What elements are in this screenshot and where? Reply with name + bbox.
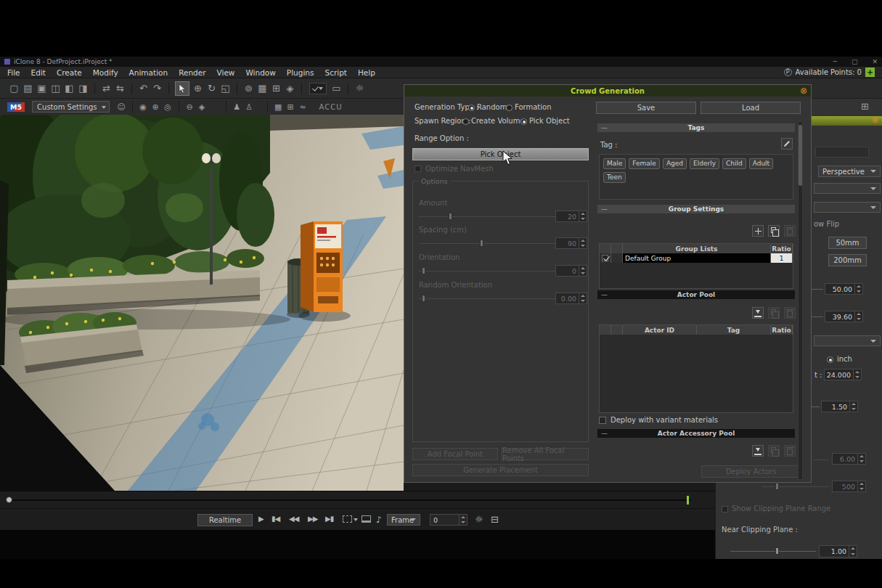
realtime-button[interactable]: Realtime [197, 514, 253, 526]
timeline-playhead[interactable] [6, 497, 12, 503]
title-bar[interactable]: iClone 8 - DefProject.iProject * ─ ▢ ✕ [0, 57, 882, 67]
menu-render[interactable]: Render [179, 68, 205, 77]
variant-materials-checkbox[interactable] [599, 417, 606, 424]
pick-object-label[interactable]: Pick Object [529, 117, 570, 125]
random-label[interactable]: Random [477, 103, 507, 111]
actor-pool-header[interactable]: — Actor Pool [597, 290, 795, 299]
variant-materials-label[interactable]: Deploy with variant materials [611, 416, 718, 424]
tag-chip-elderly[interactable]: Elderly [690, 158, 719, 169]
gizmo-icon[interactable]: ◈ [283, 83, 297, 93]
menu-view[interactable]: View [217, 68, 235, 77]
collapse-icon[interactable]: — [601, 430, 608, 437]
panel-grid-icon[interactable]: ⊞ [858, 102, 872, 111]
light-icon[interactable]: ☼ [353, 83, 367, 93]
timeline[interactable] [0, 491, 715, 508]
create-volume-label[interactable]: Create Volume [471, 117, 525, 125]
random-radio[interactable] [468, 105, 475, 111]
tag-chip-male[interactable]: Male [603, 158, 626, 169]
focal-spinner[interactable] [854, 284, 862, 294]
audio-icon[interactable]: ♪ [376, 515, 381, 525]
frame-spinner[interactable] [459, 515, 467, 525]
viewport[interactable] [0, 115, 404, 491]
fov-slider[interactable] [811, 317, 823, 317]
load-button[interactable]: Load [701, 102, 801, 114]
collapse-icon[interactable]: — [601, 124, 608, 131]
group-row-default[interactable]: Default Group 1 [600, 253, 793, 263]
ratio-slider[interactable] [811, 407, 820, 407]
undo-icon[interactable]: ↶ [136, 83, 150, 93]
dialog-close-icon[interactable]: ⊗ [800, 86, 807, 96]
actor-accessory-pool-header[interactable]: — Actor Accessory Pool [597, 429, 795, 438]
custom-settings-dropdown[interactable]: Custom Settings [32, 101, 110, 113]
fov-input[interactable]: 39.60 [825, 311, 863, 322]
ring-icon[interactable]: ◎ [162, 103, 174, 111]
import-accessory-button[interactable] [752, 445, 764, 457]
near-clip-value[interactable]: 1.00 [820, 546, 849, 557]
group-name-cell[interactable]: Default Group [623, 253, 771, 263]
maximize-icon[interactable]: ▢ [852, 58, 858, 65]
grid-icon[interactable]: ⊞ [269, 83, 283, 93]
near-clip-input[interactable]: 1.00 [819, 545, 857, 558]
import-icon[interactable]: ◧ [62, 83, 76, 93]
panel-close-icon[interactable]: ⊗ [872, 115, 878, 125]
menu-create[interactable]: Create [57, 68, 82, 77]
plugin-logo-icon[interactable]: M5 [7, 102, 25, 112]
near-clip-spinner[interactable] [849, 546, 857, 557]
focal-length-input[interactable]: 50.00 [825, 283, 863, 295]
pick-object-radio[interactable] [520, 118, 527, 125]
menu-help[interactable]: Help [358, 68, 375, 77]
clip-range-checkbox[interactable] [722, 506, 728, 513]
menu-file[interactable]: File [7, 68, 20, 77]
frame-number-value[interactable]: 0 [430, 515, 459, 525]
content-manager-icon[interactable]: ◫ [49, 83, 62, 93]
go-to-end-icon[interactable]: ▶▮ [325, 515, 333, 523]
tag-chip-child[interactable]: Child [722, 158, 746, 169]
rewind-icon[interactable]: ◀◀ [289, 515, 298, 523]
create-volume-radio[interactable] [462, 118, 469, 125]
dialog-title-bar[interactable]: Crowd Generation ⊗ [404, 85, 811, 97]
near-clip-slider-thumb[interactable] [775, 547, 779, 555]
near-clip-slider[interactable] [730, 551, 816, 552]
focal-length-value[interactable]: 50.00 [825, 284, 854, 294]
formation-radio[interactable] [506, 105, 513, 111]
link-icon[interactable]: ⇄ [99, 83, 113, 93]
tag-chip-teen[interactable]: Teen [603, 172, 626, 183]
focal-slider[interactable] [811, 289, 823, 290]
tag-edit-button[interactable] [781, 138, 793, 150]
grid-snap-icon[interactable]: ▦ [256, 83, 269, 93]
close-icon[interactable]: ✕ [872, 58, 878, 65]
avatar-icon[interactable]: ☺ [115, 103, 128, 111]
scrollbar-thumb[interactable] [799, 125, 802, 186]
film-size-input[interactable]: 24.000 [824, 369, 862, 380]
redo-icon[interactable]: ↷ [150, 83, 164, 93]
save-button[interactable]: Save [596, 102, 696, 114]
export-icon[interactable]: ◨ [76, 83, 90, 93]
remove-target-icon[interactable]: ⊖ [184, 103, 196, 111]
select-tool-button[interactable] [175, 81, 189, 96]
loop-chevron-icon[interactable] [354, 518, 358, 521]
panel-dropdown-4[interactable] [814, 335, 881, 346]
menu-window[interactable]: Window [245, 68, 275, 77]
panel-dropdown-2[interactable] [814, 183, 881, 194]
camera-lens-dropdown[interactable]: Perspective [818, 166, 881, 177]
camera-view-icon[interactable]: ▭ [330, 83, 343, 93]
rotate-tool-icon[interactable]: ↻ [205, 83, 219, 93]
collapse-icon[interactable]: — [601, 291, 608, 298]
import-actor-button[interactable] [752, 307, 764, 319]
menu-animation[interactable]: Animation [129, 68, 168, 77]
scale-tool-icon[interactable]: ◱ [219, 83, 232, 93]
add-group-button[interactable] [752, 225, 764, 237]
open-project-icon[interactable]: ▤ [21, 83, 35, 93]
add-target-icon[interactable]: ⊕ [150, 103, 162, 111]
minimize-icon[interactable]: ─ [833, 58, 837, 65]
menu-modify[interactable]: Modify [93, 68, 118, 77]
formation-label[interactable]: Formation [515, 103, 551, 111]
snap-icon[interactable]: ⊚ [242, 83, 256, 93]
wave-icon[interactable]: ≈ [297, 103, 309, 111]
menu-edit[interactable]: Edit [31, 68, 46, 77]
move-tool-icon[interactable]: ⊕ [191, 83, 205, 93]
menu-script[interactable]: Script [324, 68, 346, 77]
inch-radio[interactable] [827, 356, 833, 363]
filmstrip-icon[interactable]: ⊟ [491, 514, 498, 525]
film-size-spinner[interactable] [853, 369, 861, 380]
